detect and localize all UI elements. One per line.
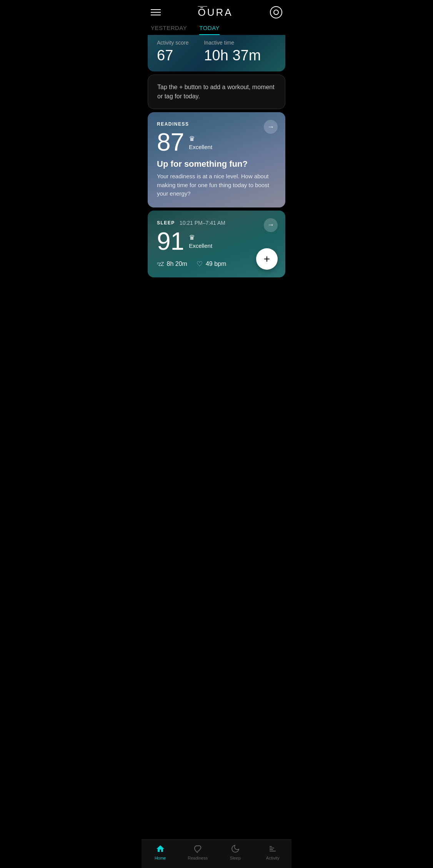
- nav-label-sleep: Sleep: [230, 856, 241, 860]
- readiness-icon: [193, 844, 202, 853]
- sleep-header: SLEEP 10:21 PM–7:41 AM: [157, 220, 276, 226]
- activity-card[interactable]: Activity score 67 Inactive time 10h 37m: [148, 35, 285, 71]
- sleep-excellent-label: Excellent: [189, 242, 212, 249]
- sleep-section-label: SLEEP: [157, 220, 175, 226]
- readiness-section-label: READINESS: [157, 121, 276, 127]
- activity-score-value: 67: [157, 47, 188, 64]
- heart-rate-metric: ♡ 49 bpm: [197, 260, 226, 268]
- nav-label-readiness: Readiness: [188, 856, 208, 860]
- app-header: ŌURA: [142, 0, 291, 25]
- activity-icon: [268, 844, 277, 853]
- nav-label-activity: Activity: [266, 856, 280, 860]
- readiness-headline: Up for something fun?: [157, 159, 276, 169]
- sleep-duration-metric: ᶻzZ 8h 20m: [157, 261, 187, 267]
- nav-tabs: YESTERDAY TODAY: [142, 25, 291, 35]
- sleep-score-row: 91 ♛ Excellent: [157, 229, 276, 254]
- tap-prompt-card: Tap the + button to add a workout, momen…: [148, 75, 285, 109]
- main-content: Activity score 67 Inactive time 10h 37m …: [142, 35, 291, 318]
- nav-item-activity[interactable]: Activity: [254, 844, 292, 860]
- sleep-badge: ♛ Excellent: [189, 233, 212, 249]
- tab-today[interactable]: TODAY: [199, 25, 220, 35]
- readiness-body: Your readiness is at a nice level. How a…: [157, 172, 276, 198]
- tab-yesterday[interactable]: YESTERDAY: [151, 25, 187, 35]
- heart-rate-value: 49 bpm: [206, 261, 226, 267]
- readiness-arrow-button[interactable]: →: [264, 120, 278, 134]
- nav-item-sleep[interactable]: Sleep: [216, 844, 254, 860]
- crown-icon: ♛: [189, 134, 195, 143]
- app-logo: ŌURA: [198, 7, 233, 18]
- activity-score-col: Activity score 67: [157, 40, 188, 64]
- heart-icon: ♡: [197, 260, 203, 268]
- activity-score-label: Activity score: [157, 40, 188, 46]
- sleep-crown-icon: ♛: [189, 233, 195, 242]
- home-icon: [156, 844, 165, 853]
- readiness-card[interactable]: → READINESS 87 ♛ Excellent Up for someth…: [148, 112, 285, 207]
- add-button[interactable]: +: [256, 248, 278, 270]
- sleep-card[interactable]: → SLEEP 10:21 PM–7:41 AM 91 ♛ Excellent …: [148, 211, 285, 277]
- inactive-time-value: 10h 37m: [204, 47, 261, 64]
- readiness-score-row: 87 ♛ Excellent: [157, 130, 276, 154]
- inactive-time-col: Inactive time 10h 37m: [204, 40, 261, 64]
- menu-button[interactable]: [151, 9, 161, 15]
- sleep-duration-value: 8h 20m: [167, 261, 187, 267]
- nav-label-home: Home: [155, 856, 166, 860]
- sleep-score: 91: [157, 229, 184, 254]
- tap-prompt-text: Tap the + button to add a workout, momen…: [157, 83, 276, 101]
- sleep-icon: [231, 844, 240, 853]
- bottom-nav: Home Readiness Sleep Activity: [142, 839, 291, 868]
- sleep-time-range: 10:21 PM–7:41 AM: [180, 220, 225, 226]
- readiness-excellent-label: Excellent: [189, 144, 212, 150]
- sleep-arrow-button[interactable]: →: [264, 218, 278, 232]
- nav-item-readiness[interactable]: Readiness: [179, 844, 217, 860]
- profile-button[interactable]: [270, 6, 282, 18]
- zzz-icon: ᶻzZ: [157, 261, 164, 267]
- readiness-score: 87: [157, 130, 184, 154]
- nav-item-home[interactable]: Home: [142, 844, 179, 860]
- inactive-time-label: Inactive time: [204, 40, 261, 46]
- readiness-badge: ♛ Excellent: [189, 134, 212, 150]
